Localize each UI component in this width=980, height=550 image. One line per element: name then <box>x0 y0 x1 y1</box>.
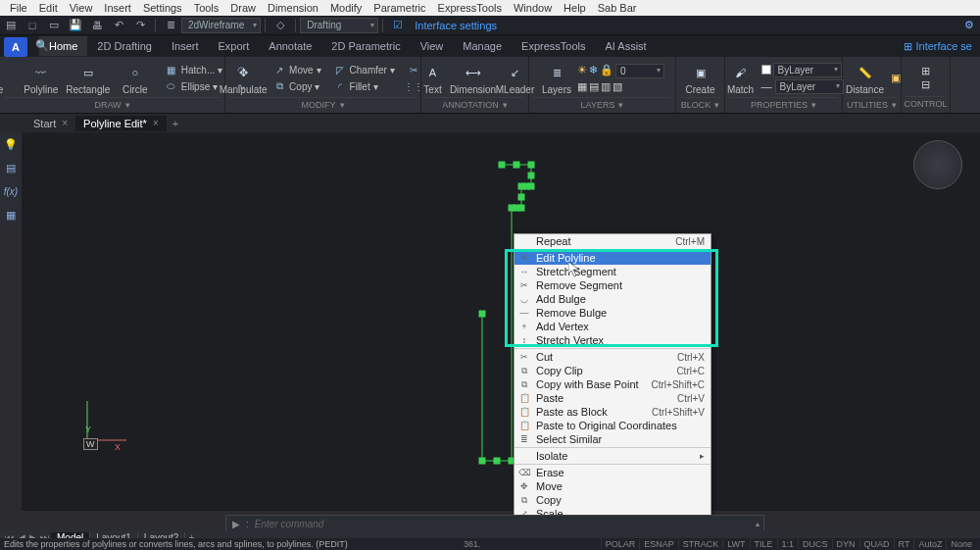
dimension-button[interactable]: ⟷Dimension <box>453 59 494 97</box>
menu-tools[interactable]: Tools <box>188 2 225 14</box>
open-icon[interactable]: ▭ <box>45 17 63 34</box>
menu-sab bar[interactable]: Sab Bar <box>592 2 643 14</box>
measure-icon[interactable]: ▣ <box>891 72 901 84</box>
menu-insert[interactable]: Insert <box>98 2 137 14</box>
status-polar[interactable]: POLAR <box>601 539 640 549</box>
ctx-paste-to-original-coordinates[interactable]: 📋Paste to Original Coordinates <box>514 419 710 432</box>
visual-style-combo[interactable]: 2dWireframe <box>181 18 261 33</box>
ribbon-tab-2d-drafting[interactable]: 2D Drafting <box>87 36 162 56</box>
ctx-stretch-vertex[interactable]: ↕Stretch Vertex <box>514 333 710 347</box>
file-tab[interactable]: Polyline Edit*× <box>75 116 167 131</box>
interface-settings-button[interactable]: ⊞ Interface se <box>896 40 980 53</box>
interface-settings-link[interactable]: Interface settings <box>409 20 503 31</box>
menu-view[interactable]: View <box>64 2 99 14</box>
ribbon-tab-manage[interactable]: Manage <box>453 36 512 56</box>
app-menu-icon[interactable]: ▤ <box>2 17 20 34</box>
polyline-button[interactable]: 〰Polyline <box>20 59 63 97</box>
ctx-stretch-segment[interactable]: ↔Stretch Segment <box>514 265 710 278</box>
menu-parametric[interactable]: Parametric <box>368 2 431 14</box>
layer-tool-icon[interactable]: ▤ <box>589 80 599 93</box>
status-lwt[interactable]: LWT <box>722 539 749 549</box>
new-icon[interactable]: □ <box>24 17 41 34</box>
ctx-remove-segment[interactable]: ✂Remove Segment <box>514 278 710 292</box>
ctx-erase[interactable]: ⌫Erase <box>514 466 710 479</box>
layer-state-icon[interactable]: ☀ <box>577 64 587 78</box>
ribbon-tab-expresstools[interactable]: ExpressTools <box>512 36 595 56</box>
status-1:1[interactable]: 1:1 <box>777 539 799 549</box>
line-button[interactable]: ╱Line <box>0 59 16 97</box>
control-icon[interactable]: ⊞ <box>921 65 930 77</box>
close-tab-icon[interactable]: × <box>62 118 68 128</box>
ctx-copy-with-base-point[interactable]: ⧉Copy with Base PointCtrl+Shift+C <box>514 377 710 391</box>
move-button[interactable]: ↗Move ▾ <box>269 62 324 77</box>
layer-icon[interactable]: ≣ <box>162 17 179 34</box>
menu-window[interactable]: Window <box>508 2 558 14</box>
ctx-copy-clip[interactable]: ⧉Copy ClipCtrl+C <box>514 364 710 377</box>
ctx-copy[interactable]: ⧉Copy <box>514 493 710 507</box>
ctx-paste-as-block[interactable]: 📋Paste as BlockCtrl+Shift+V <box>514 405 710 419</box>
menu-draw[interactable]: Draw <box>224 2 262 14</box>
layer-tool-icon[interactable]: ▧ <box>612 80 622 93</box>
circle-button[interactable]: ○Circle <box>114 59 157 97</box>
save-icon[interactable]: 💾 <box>67 17 84 34</box>
ribbon-tab-2d-parametric[interactable]: 2D Parametric <box>321 36 410 56</box>
ellipse-button[interactable]: ⬭Ellipse ▾ <box>161 78 226 94</box>
status-quad[interactable]: QUAD <box>859 539 894 549</box>
linetype-combo[interactable]: ByLayer <box>775 79 844 94</box>
menu-help[interactable]: Help <box>558 2 592 14</box>
ctx-add-vertex[interactable]: +Add Vertex <box>514 320 710 333</box>
search-icon[interactable]: 🔍 <box>35 39 49 52</box>
status-rt[interactable]: RT <box>894 539 914 549</box>
ctx-remove-bulge[interactable]: —Remove Bulge <box>514 306 710 320</box>
status-ducs[interactable]: DUCS <box>798 539 832 549</box>
status-autoz[interactable]: AutoZ <box>913 539 946 549</box>
rectangle-button[interactable]: ▭Rectangle <box>67 59 110 97</box>
copy-button[interactable]: ⧉Copy ▾ <box>269 78 324 94</box>
ctx-paste[interactable]: 📋PasteCtrl+V <box>514 391 710 405</box>
ctx-edit-polyline[interactable]: ✎Edit Polyline <box>514 251 710 265</box>
control-icon[interactable]: ⊟ <box>921 78 930 91</box>
print-icon[interactable]: 🖶 <box>88 17 106 34</box>
ctx-select-similar[interactable]: ≣Select Similar <box>514 432 710 446</box>
light-icon[interactable]: 💡 <box>3 136 19 152</box>
ribbon-tab-ai-assist[interactable]: AI Assist <box>595 36 656 56</box>
ribbon-tab-view[interactable]: View <box>411 36 454 56</box>
status-esnap[interactable]: ESNAP <box>639 539 678 549</box>
text-button[interactable]: AText <box>417 59 449 97</box>
color-combo[interactable]: ByLayer <box>773 63 842 77</box>
mleader-button[interactable]: ↙MLeader <box>498 59 533 97</box>
menu-modify[interactable]: Modify <box>324 2 368 14</box>
layer-lock-icon[interactable]: 🔒 <box>600 64 613 78</box>
check-icon[interactable]: ☑ <box>389 17 407 34</box>
view-cube[interactable] <box>913 140 962 189</box>
ctx-move[interactable]: ✥Move <box>514 479 710 493</box>
fx-icon[interactable]: f(x) <box>3 183 19 199</box>
distance-button[interactable]: 📏Distance <box>844 59 887 97</box>
menu-edit[interactable]: Edit <box>33 2 64 14</box>
palette-icon[interactable]: ▦ <box>3 207 19 223</box>
hatch-button[interactable]: ▦Hatch... ▾ <box>161 62 226 77</box>
layer-freeze-icon[interactable]: ❄ <box>589 64 598 78</box>
layers-tool-icon[interactable]: ▤ <box>3 160 19 175</box>
chamfer-button[interactable]: ◸Chamfer ▾ <box>329 62 399 77</box>
layer-combo[interactable]: 0 <box>615 64 664 78</box>
match-button[interactable]: 🖌Match <box>724 59 758 97</box>
gear-icon[interactable]: ⚙ <box>964 19 974 31</box>
status-dyn[interactable]: DYN <box>832 539 859 549</box>
menu-settings[interactable]: Settings <box>137 2 188 14</box>
ribbon-tab-insert[interactable]: Insert <box>162 36 209 56</box>
menu-dimension[interactable]: Dimension <box>262 2 324 14</box>
redo-icon[interactable]: ↷ <box>131 17 149 34</box>
menu-expresstools[interactable]: ExpressTools <box>432 2 508 14</box>
ctx-isolate[interactable]: Isolate <box>514 449 710 463</box>
ctx-cut[interactable]: ✂CutCtrl+X <box>514 350 710 364</box>
menu-file[interactable]: File <box>4 2 33 14</box>
status-tile[interactable]: TILE <box>750 539 777 549</box>
layers-button[interactable]: ≣Layers <box>540 59 573 97</box>
ctx-add-bulge[interactable]: ◡Add Bulge <box>514 292 710 306</box>
new-tab-button[interactable]: + <box>167 116 184 131</box>
app-button[interactable]: A <box>4 37 27 57</box>
file-tab[interactable]: Start× <box>25 116 75 131</box>
status-strack[interactable]: STRACK <box>678 539 723 549</box>
layer-tool-icon[interactable]: ▦ <box>577 80 587 93</box>
